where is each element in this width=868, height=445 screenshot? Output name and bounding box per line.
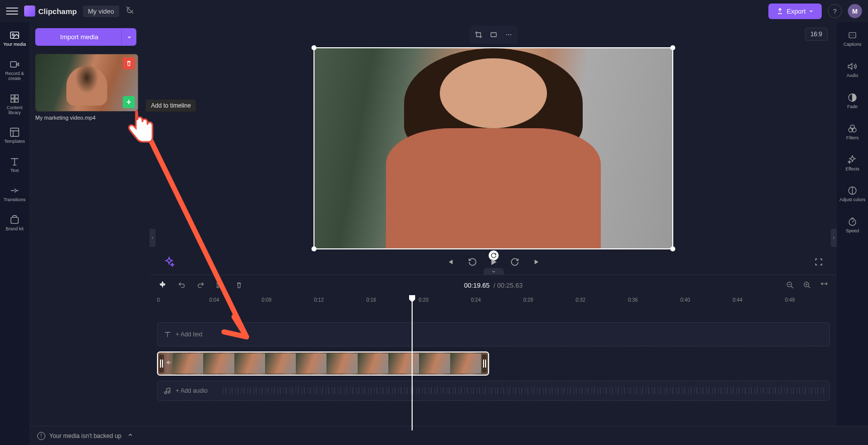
timeline-toolbar: 00:19.65 / 00:25.63 (150, 275, 837, 295)
ruler-tick: 0:44 (733, 297, 742, 303)
clip-trim-right[interactable] (482, 354, 487, 372)
templates-icon (9, 126, 21, 138)
zoom-fit-button[interactable] (819, 280, 830, 291)
add-text-label: + Add text (176, 331, 203, 338)
sidebar-fade[interactable]: Fade (837, 91, 868, 111)
library-icon (9, 93, 21, 105)
ruler-tick: 0 (157, 297, 160, 303)
playhead[interactable] (412, 295, 413, 430)
import-dropdown-button[interactable] (121, 28, 136, 46)
resize-handle-tr[interactable] (670, 45, 675, 50)
zoom-in-button[interactable] (802, 280, 813, 291)
sidebar-filters[interactable]: Filters (837, 122, 868, 142)
timeline-ruler[interactable]: 00:040:080:120:160:200:240:280:320:360:4… (150, 295, 837, 307)
text-icon (9, 155, 21, 167)
clip-trim-left[interactable] (159, 354, 164, 372)
svg-point-10 (506, 34, 507, 35)
export-label: Export (786, 8, 806, 15)
video-clip[interactable] (157, 351, 489, 376)
fullscreen-button[interactable] (813, 256, 825, 268)
sidebar-templates[interactable]: Templates (0, 125, 29, 145)
forward-button[interactable] (509, 256, 521, 268)
sidebar-record-create[interactable]: Record & create (0, 57, 29, 82)
svg-rect-21 (849, 33, 856, 38)
music-icon (164, 387, 172, 395)
svg-point-12 (510, 34, 511, 35)
sidebar-effects[interactable]: Effects (837, 153, 868, 173)
add-to-timeline-tooltip: Add to timeline (146, 100, 196, 112)
crop-tool[interactable] (471, 28, 486, 42)
transitions-icon (9, 185, 21, 197)
topbar: Clipchamp My video Export ? M (0, 0, 868, 22)
sync-off-icon[interactable] (125, 6, 134, 17)
aspect-ratio-button[interactable]: 16:9 (805, 28, 828, 41)
text-track[interactable]: + Add text (157, 322, 830, 346)
skip-forward-button[interactable] (531, 256, 543, 268)
resize-handle-tl[interactable] (311, 45, 317, 50)
add-clip-tool[interactable] (157, 280, 168, 291)
video-preview[interactable] (313, 47, 673, 249)
video-title[interactable]: My video (83, 6, 119, 17)
sidebar-brand-kit[interactable]: Brand kit (0, 213, 29, 233)
svg-point-13 (217, 283, 219, 285)
text-icon (164, 330, 172, 338)
sidebar-adjust-colors[interactable]: Adjust colors (837, 184, 868, 204)
sidebar-captions[interactable]: Captions (837, 28, 868, 48)
split-tool[interactable] (214, 280, 225, 291)
undo-button[interactable] (176, 280, 187, 291)
rewind-button[interactable] (466, 256, 479, 268)
audio-track[interactable]: + Add audio (157, 381, 830, 401)
delete-tool[interactable] (233, 280, 245, 291)
redo-button[interactable] (195, 280, 206, 291)
media-thumbnail[interactable]: + (35, 54, 138, 112)
sidebar-audio[interactable]: Audio (837, 59, 868, 79)
sidebar-text[interactable]: Text (0, 154, 29, 174)
media-panel: Import media + My marketing video.mp4 (29, 22, 150, 445)
more-tools[interactable] (502, 28, 516, 42)
svg-rect-17 (160, 360, 161, 368)
clipchamp-logo-icon (24, 6, 35, 17)
skip-back-button[interactable] (444, 256, 456, 268)
collapse-right-panel-button[interactable] (831, 229, 837, 247)
svg-point-11 (508, 34, 509, 35)
menu-button[interactable] (6, 5, 18, 17)
audio-icon (846, 60, 858, 72)
warning-icon: ! (37, 432, 45, 440)
captions-icon (846, 29, 858, 41)
timeline-tracks: + Add text (150, 307, 837, 406)
svg-point-14 (217, 286, 219, 288)
add-to-timeline-button[interactable]: + (123, 96, 135, 108)
fit-tool[interactable] (487, 28, 501, 42)
ruler-tick: 0:04 (209, 297, 219, 303)
play-button[interactable] (489, 257, 499, 267)
zoom-out-button[interactable] (784, 280, 796, 291)
statusbar: ! Your media isn't backed up (29, 426, 868, 445)
audio-waveform-placeholder (223, 387, 824, 394)
export-button[interactable]: Export (768, 4, 822, 19)
app-logo[interactable]: Clipchamp (24, 6, 77, 17)
delete-media-button[interactable] (123, 57, 135, 69)
adjust-icon (846, 185, 858, 197)
sidebar-transitions[interactable]: Transitions (0, 184, 29, 204)
svg-rect-4 (15, 95, 18, 98)
sidebar-speed[interactable]: Speed (837, 215, 868, 235)
brandkit-icon (9, 214, 21, 226)
timeline-expand-toggle[interactable] (484, 268, 504, 275)
user-avatar[interactable]: M (848, 4, 862, 18)
ruler-tick: 0:28 (523, 297, 533, 303)
collapse-panel-button[interactable] (149, 229, 155, 247)
ruler-tick: 0:20 (419, 297, 428, 303)
sidebar-content-library[interactable]: Content library (0, 92, 29, 117)
import-media-button[interactable]: Import media (35, 28, 123, 46)
ruler-tick: 0:40 (680, 297, 690, 303)
ai-magic-button[interactable] (162, 255, 176, 269)
svg-rect-3 (11, 95, 14, 98)
filters-icon (846, 123, 858, 135)
ruler-tick: 0:16 (366, 297, 376, 303)
status-expand-button[interactable] (127, 432, 133, 439)
svg-rect-6 (15, 99, 18, 102)
sidebar-your-media[interactable]: Your media (0, 28, 29, 48)
help-button[interactable]: ? (828, 4, 842, 18)
svg-point-1 (12, 34, 14, 36)
preview-frame (314, 48, 672, 248)
